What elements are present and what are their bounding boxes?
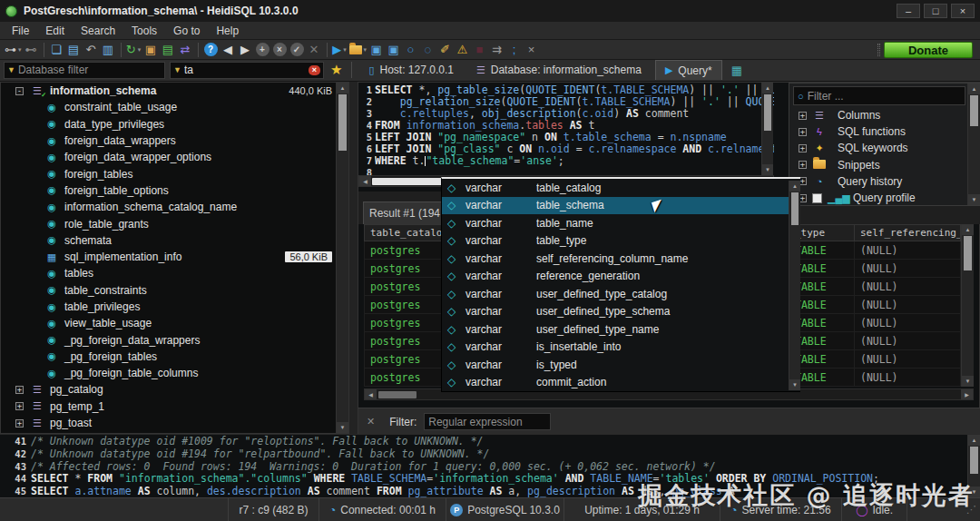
scroll-up-icon[interactable]: ▲ — [962, 224, 974, 235]
tree-item-_pg_foreign_table_columns[interactable]: ◉_pg_foreign_table_columns — [1, 365, 348, 381]
help-icon[interactable]: ? — [202, 41, 220, 58]
autocomplete-item-table_type[interactable]: ◇varchartable_type — [442, 232, 800, 251]
autocomplete-item-table_catalog[interactable]: ◇varchartable_catalog — [442, 179, 800, 197]
user-manager-icon[interactable]: ▣ — [142, 41, 160, 58]
scroll-down-icon[interactable]: ▼ — [789, 379, 800, 390]
expander-icon[interactable]: + — [15, 402, 24, 410]
cleanup-icon[interactable]: ✐ — [436, 41, 454, 58]
scroll-up-icon[interactable]: ▲ — [337, 83, 348, 93]
grid-cell[interactable]: (NULL) — [854, 350, 961, 369]
grid-cell[interactable]: postgres — [364, 369, 442, 387]
menu-item-tools[interactable]: Tools — [123, 23, 165, 39]
panel-splitter[interactable] — [349, 82, 358, 434]
goto-first-icon[interactable]: ◀ — [220, 41, 237, 58]
query-profile-checkbox[interactable] — [812, 193, 822, 203]
grid-cell[interactable]: postgres — [364, 241, 442, 260]
tree-item-_pg_foreign_tables[interactable]: ◉_pg_foreign_tables — [1, 349, 348, 365]
autocomplete-item-commit_action[interactable]: ◇varcharcommit_action — [442, 374, 800, 392]
post-changes-icon[interactable]: ✓ — [289, 41, 306, 58]
autocomplete-item-is_insertable_into[interactable]: ◇varcharis_insertable_into — [442, 339, 800, 357]
helper-item-columns[interactable]: +☰Columns — [789, 107, 980, 123]
export-icon[interactable]: ▤ — [160, 41, 177, 58]
tree-item-pg_toast[interactable]: +☰pg_toast — [1, 415, 348, 431]
scroll-left-icon[interactable]: ◀ — [359, 176, 371, 186]
menu-item-file[interactable]: File — [4, 23, 37, 39]
expander-icon[interactable]: + — [15, 386, 24, 394]
helper-item-query-history[interactable]: +◔Query history — [789, 173, 980, 190]
grid-cell[interactable]: postgres — [364, 314, 442, 332]
tree-item-table_privileges[interactable]: ◉table_privileges — [1, 299, 348, 315]
tree-item-sql_implementation_info[interactable]: ▦sql_implementation_info56,0 KiB — [1, 249, 348, 265]
favorites-star-icon[interactable]: ★ — [328, 62, 344, 78]
scroll-left-icon[interactable]: ◀ — [365, 389, 377, 399]
helper-item-snippets[interactable]: +Snippets — [789, 157, 980, 173]
autocomplete-scrollbar[interactable]: ▲▼ — [789, 181, 800, 390]
toolbar-grip[interactable] — [877, 44, 880, 56]
sql-editor[interactable]: 12345678 SELECT *, pg_table_size(QUOTE_I… — [358, 83, 774, 175]
goto-last-icon[interactable]: ▶ — [237, 41, 254, 58]
disconnect-icon[interactable]: ⊷ — [23, 41, 40, 58]
blob-viewer-icon[interactable]: ■ — [471, 41, 488, 58]
undo-icon[interactable]: ↶ — [83, 41, 100, 58]
copy-icon[interactable]: ❏ — [48, 41, 65, 58]
grid-cell[interactable]: (NULL) — [854, 332, 961, 350]
dropdown-caret-icon[interactable]: ▾ — [343, 46, 347, 54]
grid-cell[interactable]: (NULL) — [854, 278, 961, 296]
tab-query[interactable]: ▶ Query* — [655, 60, 722, 80]
database-filter-input[interactable] — [18, 64, 162, 76]
tab-database[interactable]: ☰ Database: information_schema — [467, 60, 651, 80]
editor-code[interactable]: SELECT *, pg_table_size(QUOTE_IDENT(t.TA… — [375, 83, 774, 175]
tree-item-tables[interactable]: ◉tables — [1, 265, 348, 281]
editor-scrollbar[interactable]: ▲▼ — [761, 83, 773, 175]
reformat-icon[interactable]: ⇉ — [488, 41, 505, 58]
expander-icon[interactable]: + — [799, 128, 807, 136]
scroll-thumb[interactable] — [964, 236, 972, 270]
grid-cell[interactable]: (NULL) — [854, 296, 961, 314]
scroll-down-icon[interactable]: ▼ — [968, 194, 980, 205]
grid-cell[interactable]: postgres — [364, 350, 442, 369]
open-sql-file-icon[interactable]: ▾ — [348, 41, 368, 58]
grid-scrollbar[interactable]: ▲▼ — [961, 224, 974, 387]
delimiter-icon[interactable]: ; — [505, 41, 523, 58]
grid-cell[interactable]: (NULL) — [854, 241, 961, 260]
minimize-button[interactable]: – — [897, 4, 920, 18]
autocomplete-item-table_schema[interactable]: ◇varchartable_schema — [442, 197, 800, 215]
delete-row-icon[interactable]: × — [271, 41, 289, 58]
autocomplete-item-user_defined_type_schema[interactable]: ◇varcharuser_defined_type_schema — [442, 303, 800, 321]
expander-icon[interactable]: + — [15, 419, 24, 428]
tree-item-foreign_data_wrappers[interactable]: ◉foreign_data_wrappers — [1, 133, 348, 149]
scroll-up-icon[interactable]: ▲ — [762, 83, 773, 93]
run-query-icon[interactable]: ▶▾ — [331, 41, 348, 58]
column-header-table-catalog[interactable]: table_catalog — [364, 224, 442, 241]
tree-item-view_table_usage[interactable]: ◉view_table_usage — [1, 315, 348, 331]
helper-item-sql-keywords[interactable]: +✦SQL keywords — [789, 140, 980, 156]
autocomplete-item-user_defined_type_name[interactable]: ◇varcharuser_defined_type_name — [442, 320, 800, 339]
helpers-filter-input[interactable] — [808, 90, 961, 103]
expander-icon[interactable]: + — [799, 112, 807, 120]
tree-item-_pg_foreign_data_wrappers[interactable]: ◉_pg_foreign_data_wrappers — [1, 331, 348, 348]
close-query-tab-icon[interactable]: × — [523, 41, 540, 58]
clear-filter-icon[interactable]: × — [309, 65, 320, 75]
tree-item-role_table_grants[interactable]: ◉role_table_grants — [1, 215, 348, 231]
scroll-right-icon[interactable]: ▶ — [961, 389, 973, 399]
refresh-icon[interactable]: ↻▾ — [125, 41, 142, 58]
tree-item-schemata[interactable]: ◉schemata — [1, 232, 348, 249]
scroll-up-icon[interactable]: ▲ — [968, 435, 980, 446]
data-sync-icon[interactable]: ⇄ — [177, 41, 194, 58]
tree-item-pg_temp_1[interactable]: +☰pg_temp_1 — [1, 398, 348, 415]
tree-item-information_schema_catalog_name[interactable]: ◉information_schema_catalog_name — [1, 199, 348, 215]
close-filter-icon[interactable]: ✕ — [367, 416, 375, 428]
helpers-scrollbar[interactable]: ▲▼ — [967, 84, 980, 205]
tree-item-table_constraints[interactable]: ◉table_constraints — [1, 282, 348, 299]
dropdown-caret-icon[interactable]: ▾ — [18, 46, 22, 54]
tab-host[interactable]: ▯ Host: 127.0.0.1 — [359, 60, 462, 80]
expander-icon[interactable]: - — [15, 87, 24, 95]
column-header-self-referencing[interactable]: self_referencing_col — [854, 224, 961, 241]
tree-item-foreign_tables[interactable]: ◉foreign_tables — [1, 165, 348, 182]
autocomplete-item-reference_generation[interactable]: ◇varcharreference_generation — [442, 268, 800, 286]
grid-cell[interactable]: (NULL) — [854, 314, 961, 332]
grid-cell[interactable]: postgres — [364, 260, 442, 278]
helper-item-sql-functions[interactable]: +ϟSQL functions — [789, 123, 980, 140]
expander-icon[interactable]: + — [799, 161, 807, 169]
warning-icon[interactable]: ⚠ — [454, 41, 471, 58]
